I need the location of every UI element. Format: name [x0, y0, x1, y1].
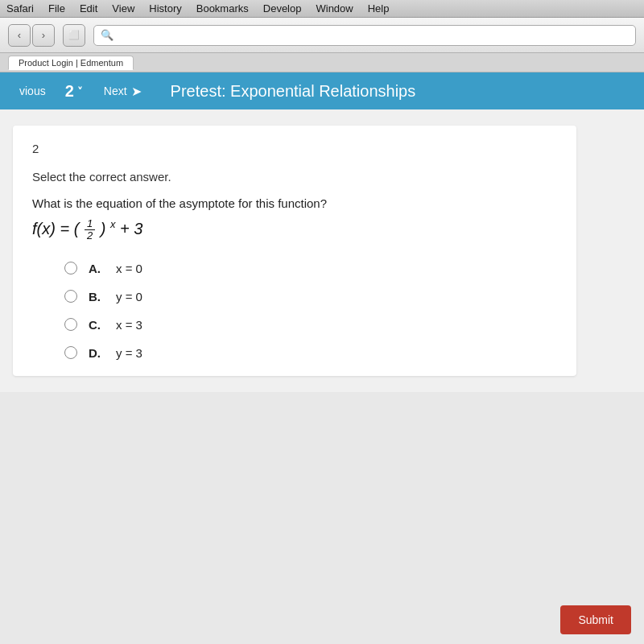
option-a-label: A.: [89, 262, 105, 275]
forward-button[interactable]: ›: [32, 24, 55, 47]
radio-a[interactable]: [64, 262, 77, 275]
menu-help[interactable]: Help: [368, 2, 390, 14]
radio-c[interactable]: [64, 318, 77, 331]
edmentum-nav: vious 2 ˅ Next ➤ Pretest: Exponential Re…: [0, 72, 644, 109]
menu-window[interactable]: Window: [316, 2, 353, 14]
question-number-selector[interactable]: 2 ˅: [57, 82, 91, 101]
option-b-value: y = 0: [116, 290, 142, 303]
option-c[interactable]: C. x = 3: [64, 318, 557, 332]
menu-bar: Safari File Edit View History Bookmarks …: [0, 0, 644, 18]
answer-options: A. x = 0 B. y = 0 C. x = 3 D. y = 3: [32, 262, 557, 360]
option-a-value: x = 0: [116, 262, 142, 275]
option-b[interactable]: B. y = 0: [64, 290, 557, 303]
option-d[interactable]: D. y = 3: [64, 346, 557, 360]
exponent-x: x: [110, 218, 116, 230]
option-b-label: B.: [89, 290, 105, 303]
menu-view[interactable]: View: [112, 2, 134, 14]
back-button[interactable]: ‹: [8, 24, 31, 47]
menu-edit[interactable]: Edit: [80, 2, 97, 14]
search-icon: 🔍: [101, 29, 114, 41]
radio-b[interactable]: [64, 290, 77, 303]
menu-develop[interactable]: Develop: [263, 2, 302, 14]
question-text: What is the equation of the asymptote fo…: [32, 196, 557, 210]
option-a[interactable]: A. x = 0: [64, 262, 557, 275]
question-card: 2 Select the correct answer. What is the…: [13, 126, 576, 376]
menu-history[interactable]: History: [149, 2, 181, 14]
next-button[interactable]: Next ➤: [91, 84, 155, 99]
nav-buttons: ‹ ›: [8, 24, 55, 47]
next-arrow-icon: ➤: [131, 84, 142, 99]
submit-button[interactable]: Submit: [560, 605, 631, 634]
question-number-badge: 2: [32, 142, 557, 155]
pretest-title: Pretest: Exponential Relationships: [155, 82, 644, 101]
chevron-down-icon: ˅: [77, 85, 83, 97]
instruction-text: Select the correct answer.: [32, 170, 557, 184]
address-bar[interactable]: 🔍: [93, 25, 636, 46]
option-c-value: x = 3: [116, 318, 142, 332]
menu-safari[interactable]: Safari: [6, 2, 34, 14]
fraction-half: 1 2: [85, 218, 95, 242]
bottom-bar: Submit: [547, 596, 644, 644]
option-c-label: C.: [89, 318, 105, 332]
tab-label[interactable]: Product Login | Edmentum: [8, 56, 134, 70]
tab-overview-button[interactable]: ⬜: [63, 24, 85, 47]
menu-bookmarks[interactable]: Bookmarks: [196, 2, 249, 14]
prev-button[interactable]: vious: [8, 85, 57, 97]
toolbar: ‹ › ⬜ 🔍: [0, 18, 644, 53]
main-content: 2 Select the correct answer. What is the…: [0, 109, 644, 392]
option-d-label: D.: [89, 346, 105, 360]
menu-file[interactable]: File: [48, 2, 65, 14]
tab-bar: Product Login | Edmentum: [0, 53, 644, 72]
function-display: f(x) = ( 1 2 ) x + 3: [32, 218, 557, 242]
radio-d[interactable]: [64, 346, 77, 359]
option-d-value: y = 3: [116, 346, 142, 360]
